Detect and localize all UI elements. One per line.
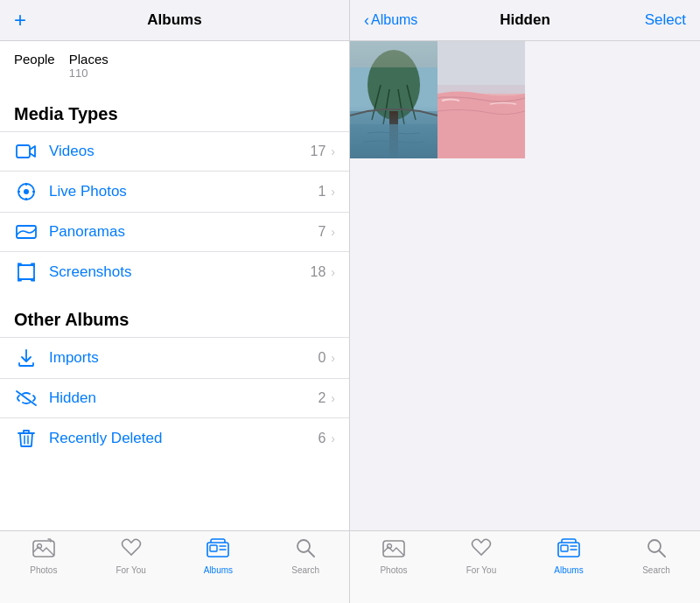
imports-label: Imports <box>49 349 318 367</box>
search-tab-icon-right <box>647 538 666 563</box>
screenshots-item[interactable]: Screenshots 18 › <box>0 252 349 292</box>
albums-tab-icon-left <box>206 538 229 563</box>
tab-albums-left[interactable]: Albums <box>175 538 262 575</box>
hidden-photo-2[interactable] <box>438 41 525 158</box>
search-tab-icon-left <box>296 538 315 563</box>
screenshots-label: Screenshots <box>49 263 311 281</box>
right-tab-bar: Photos For You Albums <box>350 530 700 603</box>
hidden-count: 2 <box>318 390 326 406</box>
photos-tab-icon-right <box>382 538 405 563</box>
left-panel: + Albums People Places 110 Media Types <box>0 0 350 603</box>
back-chevron-icon: ‹ <box>364 11 369 30</box>
screenshot-icon <box>14 263 38 282</box>
other-albums-header: Other Albums <box>0 292 349 337</box>
tab-photos-right[interactable]: Photos <box>350 538 438 575</box>
tab-for-you-right[interactable]: For You <box>438 538 525 575</box>
screenshots-count: 18 <box>311 264 326 280</box>
recently-deleted-chevron: › <box>331 431 335 445</box>
panorama-icon <box>14 224 38 240</box>
live-photos-chevron: › <box>331 185 335 199</box>
svg-rect-30 <box>561 545 568 551</box>
albums-tab-label-right: Albums <box>554 565 583 575</box>
video-icon <box>14 144 38 159</box>
back-label: Albums <box>371 12 417 28</box>
albums-tab-icon-right <box>557 538 580 563</box>
panoramas-chevron: › <box>331 225 335 239</box>
left-content: People Places 110 Media Types Videos 17 … <box>0 41 349 530</box>
search-tab-label-right: Search <box>642 565 670 575</box>
videos-item[interactable]: Videos 17 › <box>0 132 349 172</box>
panoramas-label: Panoramas <box>49 223 318 241</box>
svg-rect-22 <box>389 111 398 158</box>
hidden-item[interactable]: Hidden 2 › <box>0 379 349 418</box>
recently-deleted-count: 6 <box>318 431 326 446</box>
svg-rect-0 <box>17 145 30 158</box>
albums-tab-label-left: Albums <box>204 565 233 575</box>
left-title: Albums <box>147 11 201 29</box>
tab-photos-left[interactable]: Photos <box>0 538 88 575</box>
svg-rect-26 <box>438 41 525 85</box>
tab-for-you-left[interactable]: For You <box>88 538 175 575</box>
trash-icon <box>14 429 38 448</box>
search-tab-label-left: Search <box>291 565 319 575</box>
places-count: 110 <box>69 67 88 80</box>
live-photos-label: Live Photos <box>49 183 318 200</box>
right-content <box>350 41 700 530</box>
photos-tab-label-right: Photos <box>380 565 407 575</box>
svg-point-2 <box>24 189 29 194</box>
media-types-header: Media Types <box>0 87 349 131</box>
media-types-list: Videos 17 › Live Photos 1 › <box>0 131 349 292</box>
top-items-row: People Places 110 <box>0 41 349 87</box>
select-button[interactable]: Select <box>645 11 686 29</box>
for-you-tab-label-right: For You <box>466 565 496 575</box>
videos-label: Videos <box>49 143 311 160</box>
hidden-photos-grid <box>350 41 525 158</box>
places-label: Places <box>69 52 108 67</box>
tab-search-right[interactable]: Search <box>612 538 700 575</box>
people-item[interactable]: People <box>14 52 55 80</box>
screenshots-chevron: › <box>331 265 335 279</box>
videos-chevron: › <box>331 144 335 158</box>
hidden-label: Hidden <box>49 389 318 407</box>
hidden-chevron: › <box>331 391 335 405</box>
photos-tab-icon-left <box>32 538 55 563</box>
for-you-tab-icon-right <box>471 538 492 563</box>
svg-line-18 <box>308 550 314 557</box>
imports-count: 0 <box>318 350 326 366</box>
live-photo-icon <box>14 182 38 201</box>
left-tab-bar: Photos For You Albums <box>0 530 349 603</box>
svg-rect-14 <box>210 545 217 551</box>
recently-deleted-label: Recently Deleted <box>49 430 318 447</box>
videos-count: 17 <box>311 144 326 159</box>
right-header: ‹ Albums Hidden Select <box>350 0 700 41</box>
other-albums-list: Imports 0 › Hidden 2 › <box>0 337 349 459</box>
import-icon <box>14 348 38 368</box>
tab-albums-right[interactable]: Albums <box>525 538 612 575</box>
imports-item[interactable]: Imports 0 › <box>0 338 349 379</box>
photos-tab-label-left: Photos <box>30 565 57 575</box>
panoramas-item[interactable]: Panoramas 7 › <box>0 213 349 252</box>
tab-search-left[interactable]: Search <box>262 538 349 575</box>
left-header: + Albums <box>0 0 349 41</box>
svg-rect-23 <box>350 124 438 158</box>
right-panel: ‹ Albums Hidden Select <box>350 0 700 603</box>
svg-rect-20 <box>350 111 438 158</box>
for-you-tab-label-left: For You <box>116 565 145 575</box>
svg-point-21 <box>368 50 420 120</box>
add-button[interactable]: + <box>14 8 26 32</box>
recently-deleted-item[interactable]: Recently Deleted 6 › <box>0 418 349 459</box>
hidden-icon <box>14 390 38 406</box>
live-photos-item[interactable]: Live Photos 1 › <box>0 172 349 213</box>
hidden-photo-1[interactable] <box>350 41 438 158</box>
panoramas-count: 7 <box>318 224 326 240</box>
back-button[interactable]: ‹ Albums <box>364 11 417 30</box>
right-title: Hidden <box>500 11 550 29</box>
imports-chevron: › <box>331 351 335 365</box>
svg-line-34 <box>659 550 665 557</box>
live-photos-count: 1 <box>318 184 326 200</box>
people-label: People <box>14 52 55 67</box>
for-you-tab-icon-left <box>121 538 142 563</box>
places-item[interactable]: Places 110 <box>69 52 108 80</box>
svg-rect-8 <box>18 265 34 279</box>
